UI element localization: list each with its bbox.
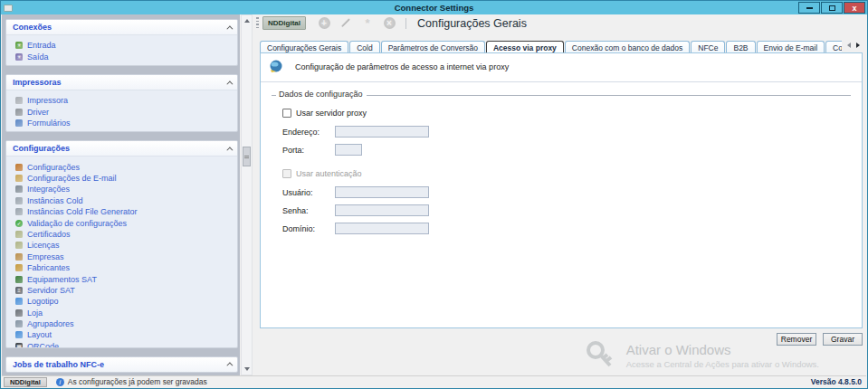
endereco-label: Endereço: bbox=[282, 128, 335, 137]
sidebar-item-configuracoes[interactable]: Configurações bbox=[15, 161, 234, 172]
separator bbox=[261, 81, 862, 82]
sidebar-item-servidor-sat[interactable]: ≡Servidor SAT bbox=[15, 285, 234, 296]
sidebar: Conexões✳Entrada✳SaídaImpressorasImpress… bbox=[2, 14, 240, 375]
sidebar-section-header-impressoras[interactable]: Impressoras bbox=[6, 75, 237, 90]
sidebar-item-certificados[interactable]: Certificados bbox=[15, 229, 234, 240]
scroll-up-icon[interactable] bbox=[242, 15, 252, 26]
collapse-chevron-icon[interactable] bbox=[226, 81, 233, 87]
sidebar-item-instancias-cold[interactable]: Instâncias Cold bbox=[15, 195, 234, 206]
collapse-chevron-icon[interactable] bbox=[226, 363, 233, 369]
sidebar-item-loja[interactable]: Loja bbox=[15, 307, 234, 318]
store-icon bbox=[15, 309, 23, 317]
endereco-field[interactable] bbox=[335, 126, 429, 138]
status-bar: NDDigital i As configurações já podem se… bbox=[2, 375, 866, 387]
toolbar-grip[interactable] bbox=[256, 17, 259, 29]
restore-icon bbox=[829, 5, 835, 11]
tab-scroll-right-icon[interactable] bbox=[854, 40, 863, 51]
dominio-field[interactable] bbox=[335, 223, 429, 234]
sidebar-item-label: Loja bbox=[27, 308, 43, 318]
restore-button[interactable] bbox=[821, 2, 843, 14]
groupers-icon bbox=[15, 320, 23, 327]
certificate-icon bbox=[15, 231, 23, 238]
tab-description: Configuração de parâmetros de acesso a i… bbox=[295, 62, 509, 71]
form-icon bbox=[15, 119, 23, 127]
sidebar-item-label: Equipamentos SAT bbox=[27, 275, 97, 284]
sidebar-item-agrupadores[interactable]: Agrupadores bbox=[15, 318, 234, 329]
sidebar-item-saida[interactable]: ✳Saída bbox=[15, 51, 234, 62]
sidebar-item-qrcode[interactable]: ▦QRCode bbox=[15, 341, 234, 348]
version-label: Versão 4.8.5.0 bbox=[811, 377, 862, 386]
title-bar[interactable]: Connector Settings x bbox=[1, 1, 867, 14]
sidebar-item-equipamentos-sat[interactable]: Equipamentos SAT bbox=[15, 273, 234, 284]
edit-icon[interactable] bbox=[339, 17, 352, 30]
use-proxy-checkbox[interactable] bbox=[282, 109, 291, 118]
sidebar-item-label: Driver bbox=[27, 108, 49, 117]
tab-content: Configuração de parâmetros de acesso a i… bbox=[260, 52, 863, 328]
tab-envio-de-e-mail[interactable]: Envio de E-mail bbox=[757, 41, 825, 52]
tab-cold[interactable]: Cold bbox=[349, 41, 379, 52]
sidebar-section-header-configuracoes[interactable]: Configurações bbox=[6, 141, 237, 157]
tab-b2b[interactable]: B2B bbox=[726, 41, 755, 52]
tab-configuracoes-gerais[interactable]: Configurações Gerais bbox=[260, 41, 348, 52]
collapse-chevron-icon[interactable] bbox=[226, 147, 233, 153]
toolbar-separator bbox=[405, 18, 406, 29]
config-groupbox: Dados de configuração Usar servidor prox… bbox=[272, 90, 851, 234]
logo-icon bbox=[15, 298, 23, 305]
collapse-chevron-icon[interactable] bbox=[226, 25, 233, 32]
status-nddigital-tab[interactable]: NDDigital bbox=[4, 377, 47, 387]
sidebar-item-logotipo[interactable]: Logotipo bbox=[15, 296, 234, 307]
windows-key-icon bbox=[585, 341, 615, 370]
sidebar-item-layout[interactable]: Layout bbox=[15, 329, 234, 340]
sidebar-item-integracoes[interactable]: Integrações bbox=[15, 184, 234, 194]
dominio-label: Domínio: bbox=[282, 224, 335, 233]
use-auth-checkbox[interactable] bbox=[282, 169, 291, 178]
add-icon[interactable]: + bbox=[318, 17, 330, 30]
section-title: Conexões bbox=[13, 23, 52, 32]
sidebar-item-driver[interactable]: Driver bbox=[15, 107, 234, 118]
sidebar-section-header-jobs-de-trabalho-nfc-e[interactable]: Jobs de trabalho NFC-e bbox=[6, 357, 237, 373]
save-button[interactable]: Gravar bbox=[823, 333, 863, 346]
use-auth-label: Usar autenticação bbox=[296, 169, 362, 178]
porta-field[interactable] bbox=[335, 144, 362, 156]
close-button[interactable]: x bbox=[844, 2, 865, 14]
sidebar-item-fabricantes[interactable]: Fabricantes bbox=[15, 262, 234, 273]
tab-scroll-left-icon[interactable] bbox=[844, 40, 854, 51]
sidebar-item-licencas[interactable]: Licenças bbox=[15, 240, 234, 251]
sidebar-item-impressora[interactable]: Impressora bbox=[15, 95, 234, 106]
minimize-button[interactable] bbox=[798, 2, 820, 14]
sidebar-item-label: Saída bbox=[27, 52, 49, 62]
sidebar-scrollbar[interactable] bbox=[241, 14, 253, 375]
nddigital-logo[interactable]: NDDigital bbox=[262, 16, 306, 30]
sat-equipment-icon bbox=[15, 276, 23, 283]
sidebar-section-header-conexoes[interactable]: Conexões bbox=[6, 20, 237, 35]
senha-field[interactable] bbox=[335, 204, 429, 216]
use-proxy-label: Usar servidor proxy bbox=[296, 109, 367, 118]
sidebar-item-configuracoes-de-e-mail[interactable]: Configurações de E-mail bbox=[15, 173, 234, 184]
info-icon: i bbox=[56, 378, 64, 386]
scrollbar-thumb[interactable] bbox=[243, 147, 251, 166]
usuario-field[interactable] bbox=[335, 186, 429, 198]
sidebar-item-formularios[interactable]: Formulários bbox=[15, 118, 234, 128]
sidebar-item-label: Integrações bbox=[27, 185, 70, 194]
section-title: Jobs de trabalho NFC-e bbox=[13, 360, 104, 369]
toolbar: NDDigital +*× Configurações Gerais bbox=[254, 14, 866, 32]
tab-conexao-com-o-banco-de-dados[interactable]: Conexão com o banco de dados bbox=[565, 41, 690, 52]
tab-nfce[interactable]: NFCe bbox=[691, 41, 725, 52]
sidebar-item-label: Servidor SAT bbox=[27, 286, 75, 295]
sidebar-item-label: Fabricantes bbox=[27, 263, 70, 272]
sidebar-item-instancias-cold-file-generator[interactable]: Instâncias Cold File Generator bbox=[15, 206, 234, 217]
scroll-down-icon[interactable] bbox=[242, 364, 252, 375]
tab-parametros-de-conversao[interactable]: Parâmetros de Conversão bbox=[381, 41, 485, 52]
groupbox-title: Dados de configuração bbox=[276, 90, 367, 99]
cold-instance-icon bbox=[15, 197, 23, 204]
tab-acesso-via-proxy[interactable]: Acesso via proxy bbox=[486, 41, 564, 52]
sidebar-item-empresas[interactable]: Empresas bbox=[15, 251, 234, 262]
delete-icon[interactable]: × bbox=[383, 17, 396, 30]
output-connector-icon: ✳ bbox=[15, 53, 23, 61]
sidebar-item-validacao-de-configuracoes[interactable]: ✓Validação de configurações bbox=[15, 217, 234, 228]
sidebar-section-impressoras: ImpressorasImpressoraDriverFormulários bbox=[5, 74, 238, 132]
section-title: Impressoras bbox=[13, 78, 62, 87]
minimize-icon bbox=[806, 7, 813, 9]
gear-icon[interactable]: * bbox=[361, 17, 374, 30]
sidebar-item-entrada[interactable]: ✳Entrada bbox=[15, 40, 234, 51]
